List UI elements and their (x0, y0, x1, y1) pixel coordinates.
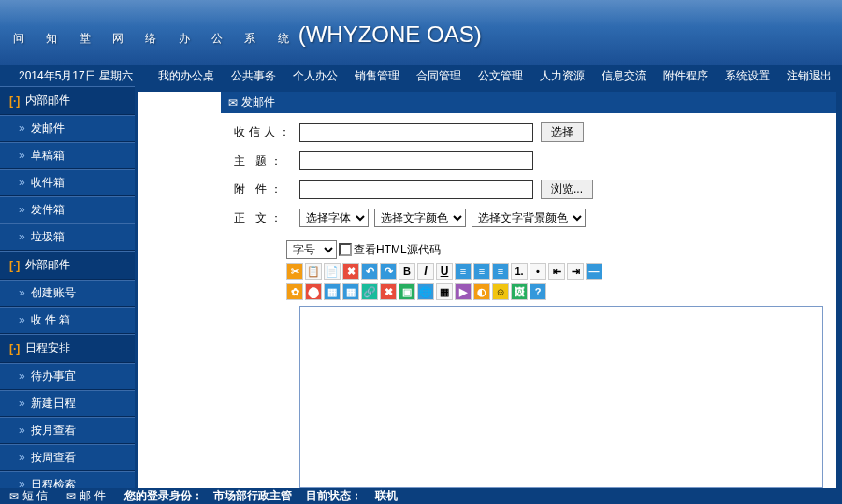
align-center-icon[interactable]: ≡ (473, 263, 490, 280)
app-header: 问 知 堂 网 络 办 公 系 统(WHYZONE OAS) (0, 0, 842, 65)
sidebar-item-ext-inbox[interactable]: 收 件 箱 (0, 307, 135, 334)
hr-icon[interactable]: — (586, 263, 602, 280)
unlink-icon[interactable]: ✖ (380, 283, 397, 300)
view-html-checkbox[interactable] (339, 243, 352, 256)
attach-label: 附 件： (234, 181, 299, 197)
redo-icon[interactable]: ↷ (380, 263, 397, 280)
nav-hr[interactable]: 人力资源 (531, 68, 593, 84)
subject-label: 主 题： (234, 153, 299, 169)
sidebar-item-month-view[interactable]: 按月查看 (0, 417, 135, 444)
italic-icon[interactable]: I (417, 263, 434, 280)
tool3-icon[interactable]: ▦ (324, 283, 341, 300)
sidebar-item-todo[interactable]: 待办事宜 (0, 363, 135, 390)
help-icon[interactable]: ? (530, 283, 546, 300)
nav-attach[interactable]: 附件程序 (655, 68, 717, 84)
top-bar: 2014年5月17日 星期六 我的办公桌 公共事务 个人办公 销售管理 合同管理… (0, 65, 842, 86)
editor-toolbar-row2: ✂ 📋 📄 ✖ ↶ ↷ B I U ≡ ≡ ≡ 1. • ⇤ ⇥ — (221, 263, 836, 280)
calendar-icon: [·] (9, 342, 20, 355)
sidebar: [·]内部邮件 发邮件 草稿箱 收件箱 发件箱 垃圾箱 [·]外部邮件 创建账号… (0, 86, 138, 488)
content-gutter (138, 92, 221, 488)
sidebar-item-new-schedule[interactable]: 新建日程 (0, 390, 135, 417)
sidebar-item-sent[interactable]: 发件箱 (0, 196, 135, 223)
footer-identity: 您的登录身份： 市场部行政主管 目前状态： 联机 (124, 488, 399, 504)
recipient-label: 收信人： (234, 124, 299, 140)
nav-logout[interactable]: 注销退出 (778, 68, 840, 84)
sidebar-item-week-view[interactable]: 按周查看 (0, 444, 135, 471)
nav-desktop[interactable]: 我的办公桌 (150, 68, 223, 84)
copy-icon[interactable]: 📋 (305, 263, 322, 280)
editor-toolbar-row3: ✿ ⬤ ▦ ▦ 🔗 ✖ ▣ 🌐 ▦ ▶ ◐ ☺ 🖼 ? (221, 283, 836, 300)
editor-toolbar-row1: 字号 查看HTML源代码 (221, 240, 836, 259)
tool1-icon[interactable]: ✿ (286, 283, 303, 300)
body-label: 正 文： (234, 210, 299, 226)
nav-public[interactable]: 公共事务 (223, 68, 284, 84)
sidebar-item-drafts[interactable]: 草稿箱 (0, 142, 135, 169)
recipient-input[interactable] (299, 123, 533, 142)
image-icon[interactable]: ▣ (399, 283, 415, 300)
font-color-select[interactable]: 选择文字颜色 (374, 209, 466, 227)
folder-icon: [·] (9, 259, 20, 272)
underline-icon[interactable]: U (436, 263, 453, 280)
status-bar: ✉短 信 ✉邮 件 您的登录身份： 市场部行政主管 目前状态： 联机 (0, 488, 842, 504)
undo-icon[interactable]: ↶ (361, 263, 378, 280)
attach-input[interactable] (299, 180, 533, 199)
nav-contract[interactable]: 合同管理 (408, 68, 470, 84)
font-family-select[interactable]: 选择字体 (299, 209, 369, 227)
indent-icon[interactable]: ⇥ (567, 263, 584, 280)
tool2-icon[interactable]: ⬤ (305, 283, 322, 300)
cut-icon[interactable]: ✂ (286, 263, 303, 280)
list-ol-icon[interactable]: 1. (511, 263, 528, 280)
top-nav: 我的办公桌 公共事务 个人办公 销售管理 合同管理 公文管理 人力资源 信息交流… (150, 68, 842, 84)
table-icon[interactable]: ▦ (436, 283, 453, 300)
sms-icon: ✉ (9, 490, 19, 503)
sidebar-section-external-mail[interactable]: [·]外部邮件 (0, 251, 135, 280)
emoji-icon[interactable]: ☺ (492, 283, 509, 300)
align-left-icon[interactable]: ≡ (455, 263, 472, 280)
sidebar-item-create-account[interactable]: 创建账号 (0, 280, 135, 307)
footer-sms[interactable]: ✉短 信 (9, 488, 48, 504)
nav-info[interactable]: 信息交流 (593, 68, 655, 84)
compose-form: 收信人： 选择 主 题： 附 件： 浏览... 正 文： 选择字体 选择文字颜色… (221, 113, 836, 246)
content-panel: ✉ 发邮件 收信人： 选择 主 题： 附 件： 浏览... 正 文： 选择字体 (221, 92, 836, 488)
font-size-select[interactable]: 字号 (286, 240, 337, 259)
clock-icon[interactable]: ◐ (473, 283, 490, 300)
select-recipient-button[interactable]: 选择 (541, 122, 584, 142)
body-textarea[interactable] (299, 306, 823, 488)
align-right-icon[interactable]: ≡ (492, 263, 509, 280)
sidebar-section-schedule[interactable]: [·]日程安排 (0, 334, 135, 363)
sidebar-item-compose[interactable]: 发邮件 (0, 115, 135, 142)
sidebar-item-inbox[interactable]: 收件箱 (0, 169, 135, 196)
tool4-icon[interactable]: ▦ (342, 283, 359, 300)
app-title: 问 知 堂 网 络 办 公 系 统(WHYZONE OAS) (13, 17, 482, 49)
link-icon[interactable]: 🔗 (361, 283, 378, 300)
subject-input[interactable] (299, 151, 533, 170)
current-date: 2014年5月17日 星期六 (0, 68, 150, 84)
media-icon[interactable]: ▶ (455, 283, 472, 300)
delete-icon[interactable]: ✖ (342, 263, 359, 280)
mail-icon: ✉ (66, 490, 76, 503)
view-html-label: 查看HTML源代码 (354, 242, 441, 258)
mail-icon: ✉ (228, 96, 238, 109)
browse-button[interactable]: 浏览... (541, 180, 593, 199)
folder-icon: [·] (9, 94, 20, 108)
list-ul-icon[interactable]: • (530, 263, 546, 280)
paste-icon[interactable]: 📄 (324, 263, 341, 280)
editor-selects: 选择字体 选择文字颜色 选择文字背景颜色 (299, 209, 586, 227)
bold-icon[interactable]: B (399, 263, 415, 280)
nav-personal[interactable]: 个人办公 (284, 68, 346, 84)
globe-icon[interactable]: 🌐 (417, 283, 434, 300)
sidebar-item-schedule-search[interactable]: 日程检索 (0, 471, 135, 488)
sidebar-item-trash[interactable]: 垃圾箱 (0, 223, 135, 251)
nav-sales[interactable]: 销售管理 (346, 68, 408, 84)
nav-docs[interactable]: 公文管理 (470, 68, 531, 84)
nav-settings[interactable]: 系统设置 (717, 68, 778, 84)
main: [·]内部邮件 发邮件 草稿箱 收件箱 发件箱 垃圾箱 [·]外部邮件 创建账号… (0, 86, 842, 488)
sidebar-section-internal-mail[interactable]: [·]内部邮件 (0, 86, 135, 115)
bg-color-select[interactable]: 选择文字背景颜色 (472, 209, 586, 227)
picture-icon[interactable]: 🖼 (511, 283, 528, 300)
footer-mail[interactable]: ✉邮 件 (66, 488, 105, 504)
outdent-icon[interactable]: ⇤ (548, 263, 565, 280)
panel-title: ✉ 发邮件 (221, 92, 836, 113)
